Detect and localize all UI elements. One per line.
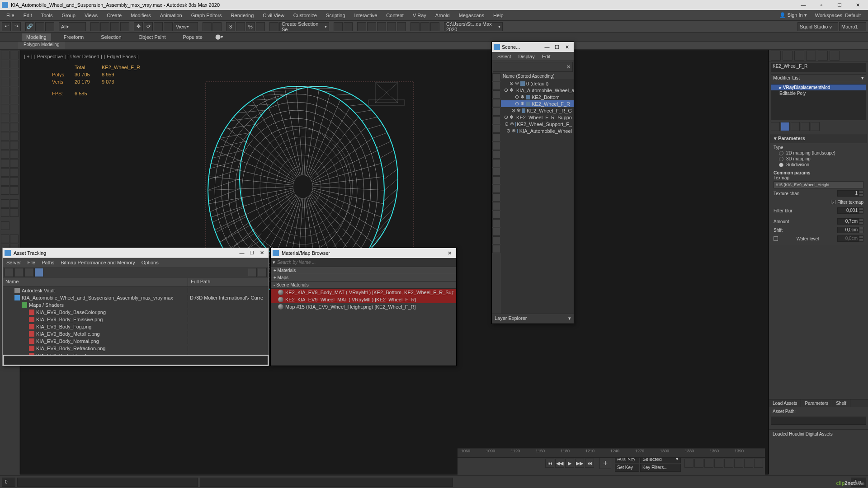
lt-btn[interactable]: [1, 235, 9, 243]
at-close-button[interactable]: ✕: [257, 250, 267, 256]
asset-row[interactable]: KIA_EV9_Body_BaseColor.png: [3, 309, 269, 316]
lt-btn[interactable]: [1, 186, 9, 195]
ribbon-expand-icon[interactable]: ⬤▾: [215, 34, 223, 40]
edit-selset-button[interactable]: [269, 22, 278, 31]
asset-path-input[interactable]: [771, 417, 866, 425]
unlink-button[interactable]: [35, 22, 44, 31]
mb-category[interactable]: + Materials: [271, 267, 456, 274]
project-path[interactable]: C:\Users\St...ds Max 2020 ▾: [444, 22, 503, 31]
mirror-button[interactable]: [334, 22, 343, 31]
scene-item[interactable]: ⊙❄KE2_Bottom: [501, 94, 574, 100]
se-tool[interactable]: [492, 150, 500, 159]
nav-btn[interactable]: [744, 459, 753, 468]
menu-v-ray[interactable]: V-Ray: [408, 11, 431, 19]
lt-btn[interactable]: [1, 141, 9, 150]
menu-graph editors[interactable]: Graph Editors: [187, 11, 226, 19]
at-menu[interactable]: Bitmap Performance and Memory: [61, 260, 135, 265]
lt-btn[interactable]: [1, 69, 9, 77]
se-tool[interactable]: [492, 193, 500, 202]
se-tool[interactable]: [492, 99, 500, 107]
remove-modifier-button[interactable]: [801, 122, 810, 131]
layer-button[interactable]: [357, 22, 366, 31]
redo-button[interactable]: ↷: [12, 22, 21, 31]
render-setup-button[interactable]: [410, 22, 420, 31]
play-button[interactable]: ▶: [565, 459, 574, 468]
at-menu[interactable]: Server: [6, 260, 21, 265]
scale-button[interactable]: [154, 22, 163, 31]
asset-row[interactable]: Maps / Shaders: [3, 301, 269, 309]
nav-btn[interactable]: [694, 459, 703, 468]
select-object-button[interactable]: [90, 22, 99, 31]
se-tool[interactable]: [492, 133, 500, 141]
lt-btn[interactable]: [1, 51, 9, 59]
texture-chan-input[interactable]: 1: [837, 190, 859, 197]
ribbon-button[interactable]: [367, 22, 376, 31]
lt-btn[interactable]: [10, 208, 19, 217]
squid-combo[interactable]: Squid Studio v: [797, 22, 838, 31]
se-tool[interactable]: [492, 236, 500, 244]
type-option[interactable]: 2D mapping (landscape): [774, 150, 863, 156]
lt-btn[interactable]: [1, 96, 9, 104]
move-button[interactable]: ✥: [134, 22, 143, 31]
lt-btn[interactable]: [10, 141, 19, 150]
scene-item[interactable]: ⊙❄KE2_Wheel_F_R_G: [501, 107, 574, 114]
se-min-button[interactable]: —: [542, 44, 552, 50]
keyfilters-button[interactable]: Key Filters...: [640, 464, 681, 472]
se-tool[interactable]: [492, 245, 500, 253]
render-button[interactable]: [430, 22, 439, 31]
parameters-tab[interactable]: Parameters: [801, 399, 832, 407]
lt-btn[interactable]: [10, 235, 19, 243]
se-tool[interactable]: [492, 125, 500, 133]
se-tool[interactable]: [492, 159, 500, 167]
menu-customize[interactable]: Customize: [289, 11, 321, 19]
make-unique-button[interactable]: [791, 122, 800, 131]
frame-field[interactable]: 0: [2, 478, 15, 487]
se-tool[interactable]: [492, 73, 500, 81]
nav-btn[interactable]: [754, 459, 763, 468]
lt-btn[interactable]: [1, 123, 9, 131]
menu-modifiers[interactable]: Modifiers: [126, 11, 156, 19]
water-level-check[interactable]: [774, 236, 778, 241]
se-tool[interactable]: [492, 116, 500, 124]
se-max-button[interactable]: ☐: [552, 44, 562, 50]
se-edit-tab[interactable]: Edit: [542, 54, 551, 59]
scene-explorer-window[interactable]: Scene... — ☐ ✕ Select Display Edit ✕ Nam…: [491, 42, 574, 324]
se-tool[interactable]: [492, 228, 500, 236]
se-column-header[interactable]: Name (Sorted Ascending): [501, 73, 574, 80]
se-select-tab[interactable]: Select: [497, 54, 511, 59]
bind-button[interactable]: [45, 22, 54, 31]
modify-panel-icon[interactable]: [783, 51, 793, 61]
macro-combo[interactable]: Macro1: [839, 22, 866, 31]
prev-frame-button[interactable]: ◀◀: [555, 459, 564, 468]
angle-snap-button[interactable]: [236, 22, 245, 31]
at-min-button[interactable]: —: [237, 250, 247, 256]
ribbon-tab-populate[interactable]: Populate: [178, 33, 207, 41]
at-path-header[interactable]: Full Path: [188, 278, 269, 286]
lt-btn[interactable]: [10, 186, 19, 195]
menu-interactive[interactable]: Interactive: [350, 11, 382, 19]
asset-row[interactable]: KIA_EV9_Body_Emissive.png: [3, 316, 269, 323]
filter-texmap-check[interactable]: [831, 200, 835, 204]
at-tb-btn[interactable]: [34, 268, 43, 277]
maximize-button[interactable]: ☐: [831, 0, 848, 9]
lt-btn[interactable]: [1, 132, 9, 141]
se-close-button[interactable]: ✕: [562, 44, 572, 50]
shelf-tab[interactable]: Shelf: [832, 399, 850, 407]
type-option[interactable]: Subdivision: [774, 162, 863, 168]
menu-create[interactable]: Create: [102, 11, 126, 19]
lt-btn[interactable]: [10, 87, 19, 95]
filter-combo[interactable]: All ▾: [59, 22, 86, 31]
minimize-button[interactable]: —: [795, 0, 812, 9]
link-button[interactable]: 🔗: [25, 22, 34, 31]
create-panel-icon[interactable]: [771, 51, 781, 61]
layer-explorer-dropdown[interactable]: Layer Explorer ▾: [492, 314, 574, 324]
script-listener[interactable]: [200, 478, 453, 487]
set-key-button[interactable]: +: [599, 457, 611, 469]
workspaces-value[interactable]: Default: [845, 13, 861, 18]
se-display-tab[interactable]: Display: [519, 54, 535, 59]
se-tool[interactable]: [492, 219, 500, 227]
refcoord-combo[interactable]: View ▾: [174, 22, 198, 31]
lt-btn[interactable]: [10, 150, 19, 159]
scene-item[interactable]: ⊙❄KIA_Automobile_Wheel: [501, 127, 574, 134]
se-tool[interactable]: [492, 202, 500, 210]
